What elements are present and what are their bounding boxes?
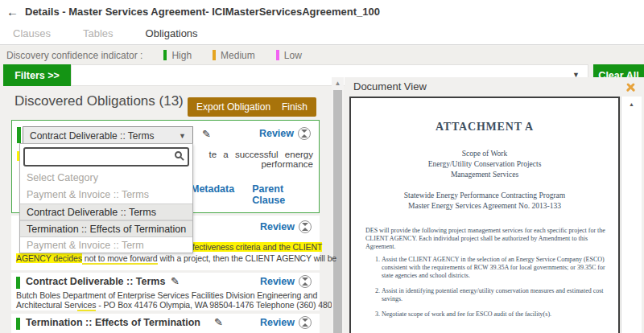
dropdown-option-select-category[interactable]: Select Category — [20, 170, 192, 187]
category-title: Contract Deliverable :: Terms — [26, 276, 165, 287]
document-view-title: Document View — [353, 80, 427, 92]
dropdown-option-payment-invoice-terms[interactable]: Payment & Invoice :: Terms — [20, 187, 192, 204]
plain-text: with a project, then the CLIENT AGENCY w… — [158, 253, 337, 263]
review-control: Review — [259, 127, 311, 140]
finish-button[interactable]: Finish — [273, 97, 316, 117]
close-icon[interactable] — [625, 81, 637, 93]
dropdown-option-contract-deliverable-terms[interactable]: Contract Deliverable :: Terms — [20, 204, 192, 220]
dropdown-option-termination-effects[interactable]: Termination :: Effects of Termination — [20, 220, 192, 237]
low-confidence-label: Low — [284, 50, 302, 61]
obligation-text-line: Architectural Services - PO Box 41476 Ol… — [16, 300, 335, 310]
plain-text: - PO Box 41476 Olympia, WA 98504-1476 Te… — [96, 300, 334, 310]
obligation-text-line: Butch Boles Department of Enterprise Ser… — [16, 290, 317, 300]
doc-numbered-list: Assist the CLIENT AGENCY in the selectio… — [370, 256, 607, 326]
category-title: Termination :: Effects of Termination — [26, 317, 200, 328]
scrollbar-thumb[interactable] — [333, 90, 342, 333]
search-icon — [175, 151, 182, 158]
dropdown-search — [23, 147, 189, 166]
pending-review-hourglass-icon — [298, 127, 311, 140]
category-dropdown-popup: Select Category Payment & Invoice :: Ter… — [19, 143, 193, 253]
high-confidence-bar-icon — [16, 318, 20, 330]
doc-subtitle: Scope of Work — [351, 150, 618, 158]
obligation-card-4: Termination :: Effects of Termination ✎ … — [11, 314, 320, 333]
confidence-label: Discovery confidence indicator : — [6, 50, 142, 61]
metadata-link[interactable]: Metadata — [191, 183, 234, 206]
edit-pencil-icon[interactable]: ✎ — [171, 275, 180, 287]
search-input[interactable] — [23, 147, 189, 166]
doc-heading: ATTACHMENT A — [351, 121, 618, 134]
doc-list-item: Assist the CLIENT AGENCY in the selectio… — [382, 256, 607, 280]
doc-intro-paragraph: DES will provide the following project m… — [365, 227, 605, 251]
review-link[interactable]: Review — [259, 128, 294, 139]
high-confidence-bar-icon — [17, 127, 21, 143]
scroll-up-arrow-icon[interactable]: ▲ — [621, 101, 642, 107]
doc-subtitle: Energy/Utility Conservation Projects — [351, 160, 618, 168]
page-title: Details - Master Services Agreement- ICI… — [25, 6, 380, 18]
edit-pencil-icon[interactable]: ✎ — [214, 316, 223, 328]
high-confidence-label: High — [171, 50, 192, 61]
discovered-obligations-heading: Discovered Obligations (13) — [14, 93, 184, 109]
underlined-text: not to move forward — [82, 253, 158, 265]
doc-program-line: Master Energy Services Agreement No. 201… — [351, 202, 618, 210]
pending-review-hourglass-icon — [299, 316, 312, 329]
scroll-up-arrow-icon[interactable]: ▲ — [332, 80, 344, 87]
document-scrollbar[interactable]: ▲ — [621, 97, 642, 333]
filters-button[interactable]: Filters >> — [3, 64, 71, 86]
highlighted-text: AGENCY decides — [16, 253, 82, 263]
plain-text: Architectural Ser — [16, 300, 77, 310]
card-links: Metadata Parent Clause — [191, 183, 319, 206]
app-window: ← Details - Master Services Agreement- I… — [0, 0, 644, 333]
doc-subtitle: Management Services — [351, 171, 618, 179]
top-bar: ← Details - Master Services Agreement- I… — [0, 0, 644, 45]
low-confidence-swatch-icon — [276, 50, 279, 60]
pending-review-hourglass-icon — [299, 220, 312, 233]
confidence-indicator-bar: Discovery confidence indicator : High Me… — [0, 46, 644, 64]
high-confidence-bar-icon — [16, 277, 20, 289]
obligation-text-line: ffectiveness criteria and the CLIENT — [190, 242, 322, 252]
edit-pencil-icon[interactable]: ✎ — [202, 128, 211, 140]
back-arrow-icon[interactable]: ← — [6, 5, 19, 18]
doc-program-line: Statewide Energy Performance Contracting… — [351, 191, 618, 199]
review-link[interactable]: Review — [260, 276, 295, 287]
obligations-scrollbar[interactable]: ▲ — [332, 77, 344, 333]
parent-clause-link[interactable]: Parent Clause — [252, 183, 319, 206]
document-view-header: Document View — [345, 77, 644, 97]
chevron-down-icon: ▼ — [179, 132, 186, 140]
underlined-text: vices — [77, 300, 96, 311]
obligation-snippet: te a successful energy performance — [183, 150, 313, 169]
doc-list-item: Negotiate scope of work and fee for ESCO… — [382, 310, 607, 319]
review-control: Review — [260, 275, 312, 288]
document-page: ATTACHMENT A Scope of Work Energy/Utilit… — [349, 97, 620, 333]
category-select-value: Contract Deliverable :: Terms — [30, 130, 155, 142]
obligation-text-line: AGENCY decides not to move forward with … — [16, 253, 336, 263]
review-control: Review — [260, 316, 312, 329]
title-row: ← Details - Master Services Agreement- I… — [6, 5, 380, 18]
category-select[interactable]: Contract Deliverable :: Terms ▼ — [23, 126, 193, 145]
review-link[interactable]: Review — [260, 221, 295, 232]
medium-confidence-label: Medium — [221, 50, 255, 61]
pending-review-hourglass-icon — [299, 275, 312, 288]
highlighted-text: ffectiveness criteria and the CLIENT — [190, 242, 322, 252]
medium-confidence-swatch-icon — [213, 50, 216, 60]
document-content: ATTACHMENT A Scope of Work Energy/Utilit… — [351, 98, 618, 333]
doc-list-item: Assist in identifying potential energy/u… — [382, 287, 607, 303]
review-control: Review — [260, 220, 312, 233]
dropdown-option-payment-invoice-term[interactable]: Payment & Invoice :: Term — [20, 237, 192, 253]
review-link[interactable]: Review — [260, 317, 295, 328]
obligation-card-3: Contract Deliverable :: Terms ✎ Review B… — [11, 273, 320, 310]
high-confidence-swatch-icon — [163, 50, 167, 60]
